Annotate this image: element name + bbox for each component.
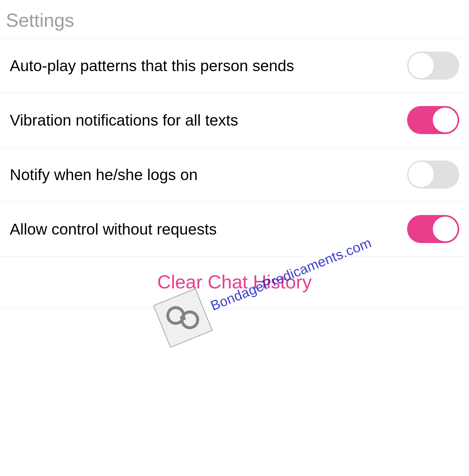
- setting-row-notify-logon: Notify when he/she logs on: [0, 147, 469, 202]
- toggle-notify-logon[interactable]: [407, 161, 459, 189]
- svg-point-2: [180, 315, 183, 319]
- page-title: Settings: [0, 0, 469, 38]
- toggle-allow-control[interactable]: [407, 215, 459, 243]
- setting-row-allow-control: Allow control without requests: [0, 202, 469, 256]
- setting-label: Vibration notifications for all texts: [10, 111, 407, 129]
- toggle-auto-play[interactable]: [407, 52, 459, 80]
- toggle-thumb: [432, 216, 458, 242]
- setting-label: Allow control without requests: [10, 220, 407, 238]
- clear-chat-row: Clear Chat History: [0, 256, 469, 309]
- watermark: BondagePredicaments.com: [0, 309, 469, 446]
- clear-chat-history-button[interactable]: Clear Chat History: [157, 271, 312, 292]
- toggle-thumb: [408, 161, 434, 188]
- spacer: [0, 446, 469, 476]
- toggle-thumb: [432, 107, 458, 133]
- svg-point-1: [180, 310, 200, 330]
- toggle-vibration-notify[interactable]: [407, 106, 459, 134]
- toggle-thumb: [408, 53, 434, 79]
- setting-row-auto-play: Auto-play patterns that this person send…: [0, 38, 469, 93]
- setting-row-vibration-notify: Vibration notifications for all texts: [0, 93, 469, 147]
- svg-point-3: [183, 317, 186, 320]
- setting-label: Notify when he/she logs on: [10, 166, 407, 184]
- setting-label: Auto-play patterns that this person send…: [10, 57, 407, 75]
